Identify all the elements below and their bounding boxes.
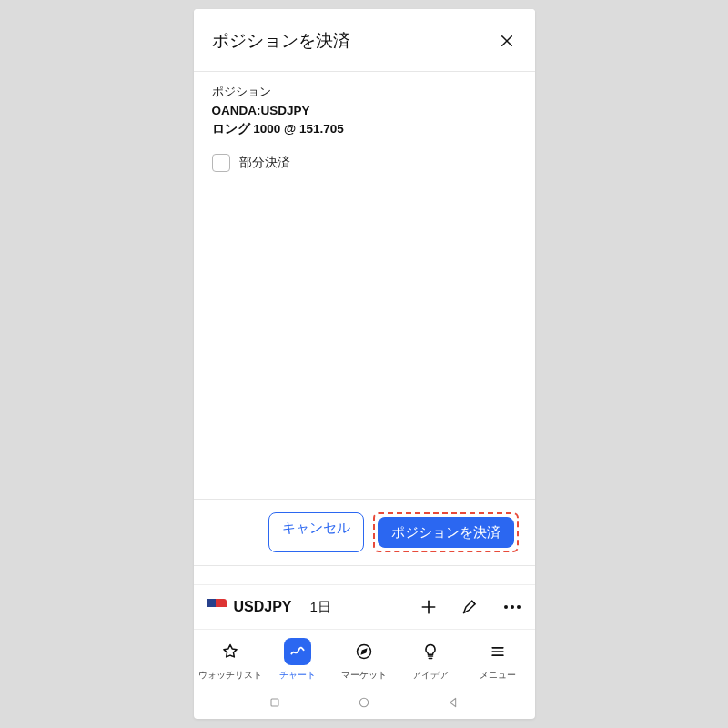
partial-close-label: 部分決済 xyxy=(239,155,290,171)
dialog-footer: キャンセル ポジションを決済 xyxy=(194,499,535,566)
dialog-header: ポジションを決済 xyxy=(194,9,535,71)
more-icon xyxy=(504,605,521,609)
tab-watchlist[interactable]: ウォッチリスト xyxy=(197,638,264,682)
android-nav-bar xyxy=(194,686,535,719)
square-icon xyxy=(268,695,282,710)
dialog-title: ポジションを決済 xyxy=(212,29,350,53)
tab-label: メニュー xyxy=(480,669,516,682)
triangle-back-icon xyxy=(446,695,460,710)
tutorial-highlight: ポジションを決済 xyxy=(373,512,519,553)
tab-label: チャート xyxy=(279,669,316,682)
close-icon xyxy=(499,33,515,49)
chart-toolbar: USDJPY 1日 xyxy=(194,584,535,630)
phone-frame: XBTUSD.P DJI ポジションを決済 ポジション xyxy=(194,9,535,719)
cancel-button[interactable]: キャンセル xyxy=(268,512,364,553)
tab-label: アイデア xyxy=(412,669,449,682)
tab-menu[interactable]: メニュー xyxy=(464,638,531,682)
flag-icon xyxy=(207,599,227,615)
add-button[interactable] xyxy=(419,597,439,617)
tab-label: マーケット xyxy=(341,669,387,682)
svg-point-9 xyxy=(359,698,368,706)
position-symbol: OANDA:USDJPY xyxy=(212,104,517,117)
hamburger-icon xyxy=(489,642,507,661)
dialog-body: ポジション OANDA:USDJPY ロング 1000 @ 151.705 部分… xyxy=(194,72,535,499)
partial-close-checkbox[interactable] xyxy=(212,154,230,172)
circle-icon xyxy=(357,695,371,710)
partial-close-row[interactable]: 部分決済 xyxy=(212,154,517,172)
position-heading: ポジション xyxy=(212,85,517,100)
nav-home-button[interactable] xyxy=(356,694,372,711)
pencil-icon xyxy=(461,598,480,616)
tab-label: ウォッチリスト xyxy=(198,669,262,682)
tab-idea[interactable]: アイデア xyxy=(398,638,464,682)
compass-icon xyxy=(355,642,373,661)
svg-rect-8 xyxy=(271,699,278,706)
tab-market[interactable]: マーケット xyxy=(330,638,397,682)
bottom-tab-bar: ウォッチリスト チャート マーケット xyxy=(194,630,535,686)
star-icon xyxy=(221,642,239,661)
plus-icon xyxy=(420,598,438,616)
tab-chart[interactable]: チャート xyxy=(264,638,330,682)
nav-back-button[interactable] xyxy=(445,694,461,711)
confirm-close-button[interactable]: ポジションを決済 xyxy=(378,517,514,549)
draw-button[interactable] xyxy=(460,597,480,617)
position-detail: ロング 1000 @ 151.705 xyxy=(212,121,517,137)
more-button[interactable] xyxy=(502,597,522,617)
toolbar-timeframe[interactable]: 1日 xyxy=(310,599,331,616)
toolbar-symbol[interactable]: USDJPY xyxy=(234,599,292,615)
toolbar-actions xyxy=(419,597,522,617)
lightbulb-icon xyxy=(421,642,440,661)
close-position-dialog: ポジションを決済 ポジション OANDA:USDJPY ロング 1000 @ 1… xyxy=(194,9,535,566)
close-button[interactable] xyxy=(497,31,517,51)
chart-line-icon xyxy=(288,642,307,661)
nav-recent-button[interactable] xyxy=(267,694,283,711)
